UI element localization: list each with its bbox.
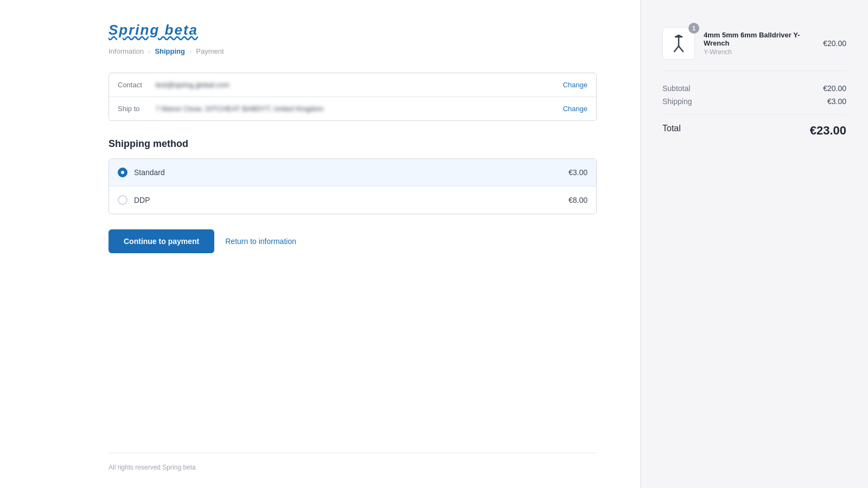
breadcrumb: Information › Shipping › Payment bbox=[108, 47, 597, 55]
contact-label: Contact bbox=[118, 81, 156, 89]
shipping-options: Standard €3.00 DDP €8.00 bbox=[108, 158, 597, 214]
brand-logo: Spring beta bbox=[108, 22, 597, 38]
item-quantity-badge: 1 bbox=[688, 23, 699, 34]
breadcrumb-payment[interactable]: Payment bbox=[196, 47, 224, 55]
return-to-information-link[interactable]: Return to information bbox=[225, 237, 296, 246]
item-variant: Y-Wrench bbox=[704, 48, 814, 56]
breadcrumb-separator-2: › bbox=[189, 47, 192, 55]
item-name: 4mm 5mm 6mm Balldriver Y-Wrench bbox=[704, 31, 814, 47]
svg-line-1 bbox=[674, 46, 679, 52]
breadcrumb-information[interactable]: Information bbox=[108, 47, 144, 55]
item-details: 4mm 5mm 6mm Balldriver Y-Wrench Y-Wrench bbox=[704, 31, 814, 56]
shipping-ddp-label: DDP bbox=[134, 196, 569, 204]
actions: Continue to payment Return to informatio… bbox=[108, 229, 597, 253]
subtotal-label: Subtotal bbox=[662, 84, 690, 93]
contact-change-link[interactable]: Change bbox=[563, 81, 588, 89]
info-card: Contact test@spring.global.com Change Sh… bbox=[108, 73, 597, 121]
y-wrench-icon bbox=[669, 34, 688, 53]
contact-row: Contact test@spring.global.com Change bbox=[109, 73, 596, 97]
total-value: €23.00 bbox=[810, 124, 846, 138]
continue-to-payment-button[interactable]: Continue to payment bbox=[108, 229, 214, 253]
ship-to-label: Ship to bbox=[118, 105, 156, 113]
ship-to-row: Ship to 7 Manor Close, DITCHEAT BABDYT, … bbox=[109, 97, 596, 120]
shipping-standard-label: Standard bbox=[134, 168, 569, 177]
footer-text: All rights reserved Spring beta bbox=[108, 464, 196, 471]
item-image-wrap: 1 bbox=[662, 27, 695, 60]
svg-line-2 bbox=[679, 46, 683, 52]
shipping-row: Shipping €3.00 bbox=[662, 97, 846, 106]
shipping-option-ddp[interactable]: DDP €8.00 bbox=[109, 186, 596, 214]
shipping-method-title: Shipping method bbox=[108, 138, 597, 150]
shipping-value: €3.00 bbox=[827, 97, 846, 106]
shipping-option-standard[interactable]: Standard €3.00 bbox=[109, 159, 596, 186]
radio-ddp[interactable] bbox=[118, 195, 127, 205]
shipping-ddp-price: €8.00 bbox=[569, 196, 588, 204]
ship-to-change-link[interactable]: Change bbox=[563, 105, 588, 113]
total-label: Total bbox=[662, 124, 681, 138]
breadcrumb-shipping[interactable]: Shipping bbox=[155, 47, 185, 55]
subtotal-row: Subtotal €20.00 bbox=[662, 84, 846, 93]
ship-to-value: 7 Manor Close, DITCHEAT BABDYT, United K… bbox=[156, 105, 563, 113]
footer: All rights reserved Spring beta bbox=[108, 453, 597, 472]
subtotal-value: €20.00 bbox=[823, 84, 846, 93]
shipping-label: Shipping bbox=[662, 97, 692, 106]
contact-value: test@spring.global.com bbox=[156, 81, 563, 89]
right-panel: 1 4mm 5mm 6mm Balldriver Y-Wrench Y-Wren… bbox=[640, 0, 868, 488]
radio-standard[interactable] bbox=[118, 168, 127, 177]
breadcrumb-separator-1: › bbox=[148, 47, 150, 55]
shipping-standard-price: €3.00 bbox=[569, 168, 588, 177]
total-row: Total €23.00 bbox=[662, 114, 846, 138]
item-price: €20.00 bbox=[823, 39, 846, 48]
left-panel: Spring beta Information › Shipping › Pay… bbox=[0, 0, 640, 488]
cart-item: 1 4mm 5mm 6mm Balldriver Y-Wrench Y-Wren… bbox=[662, 27, 846, 71]
